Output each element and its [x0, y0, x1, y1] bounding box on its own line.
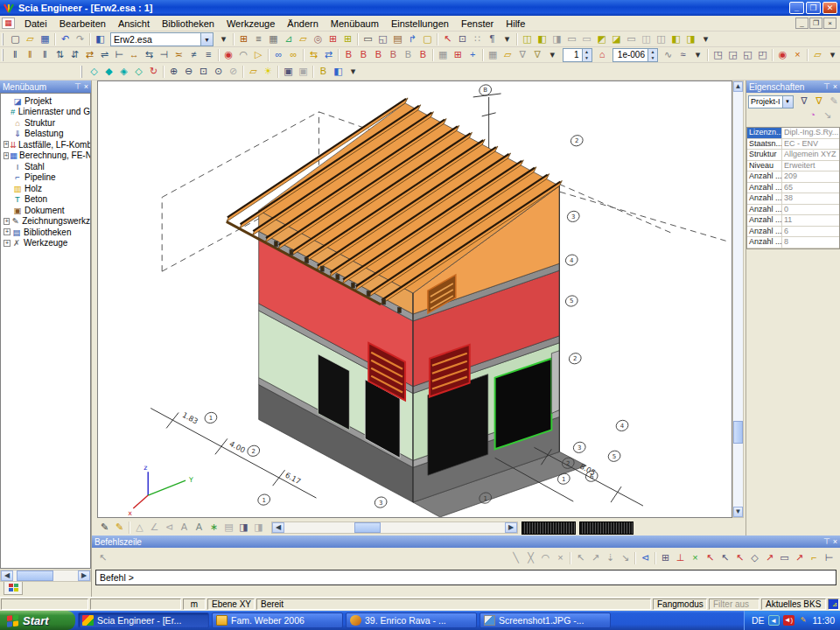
load-b1-icon[interactable]: B [341, 48, 356, 62]
property-row-8[interactable]: Anzahl ...11 [747, 215, 839, 227]
node-diag-icon[interactable]: ↘ [618, 551, 633, 565]
mesh-gray-icon[interactable]: ▦ [436, 48, 451, 62]
cursor-arrow-icon[interactable]: ↖ [95, 551, 110, 565]
grid-red-icon[interactable]: ⊞ [326, 32, 340, 46]
tree-item-8[interactable]: ▥Holz [1, 183, 90, 194]
join-tool-icon[interactable]: ≡ [201, 48, 216, 62]
levels-gray-icon[interactable]: ∠ [147, 521, 162, 535]
zoom-window-icon[interactable]: ⊡ [196, 65, 211, 79]
transform-icon[interactable]: ⊿ [281, 32, 296, 46]
divide-tool-icon[interactable]: ⇆ [142, 48, 157, 62]
drop-icon[interactable]: ▾ [500, 32, 514, 46]
snap-perp-icon[interactable]: ⊥ [673, 551, 688, 565]
rotate-view-icon[interactable]: ↻ [146, 65, 161, 79]
split-view-icon[interactable]: ◧ [93, 32, 108, 46]
filter-1-icon[interactable]: ∇ [515, 48, 530, 62]
drop-icon[interactable]: ▾ [825, 48, 840, 62]
snap-axis-icon[interactable]: ⊢ [822, 551, 836, 565]
expand-icon[interactable]: + [4, 152, 9, 159]
property-row-0[interactable]: Lizenzn...Dipl.-Ing.S.Ry... [747, 128, 839, 139]
tree-item-11[interactable]: +✎Zeichnungswerkz [1, 216, 90, 228]
beam-7-icon[interactable]: ◪ [609, 32, 624, 46]
taskbar-task-3[interactable]: Screenshot1.JPG -... [480, 612, 611, 628]
mdi-close-button[interactable]: × [823, 18, 836, 29]
view-top-icon[interactable]: ◇ [131, 65, 146, 79]
close-icon[interactable]: × [833, 537, 837, 546]
menu-ansicht[interactable]: Ansicht [112, 17, 156, 31]
star-green-icon[interactable]: ∗ [206, 521, 221, 535]
toolbar-grip[interactable] [2, 49, 6, 61]
span-tool-icon[interactable]: ↔ [127, 48, 142, 62]
solid-cube-icon[interactable]: ◧ [331, 65, 346, 79]
menu-fenster[interactable]: Fenster [455, 17, 500, 31]
status-ucs[interactable]: Aktuelles BKS [761, 598, 826, 610]
status-snap-mode[interactable]: Fangmodus [653, 598, 707, 610]
calculator-icon[interactable]: ▦ [266, 32, 281, 46]
view-iso-icon[interactable]: ◇ [87, 65, 102, 79]
tree-item-1[interactable]: #Linienraster und G [1, 107, 90, 118]
spinner-up-icon[interactable]: ▲ [648, 49, 657, 55]
bks-icon[interactable]: ⊿ [828, 598, 839, 610]
menubaum-tab[interactable] [4, 582, 23, 595]
support-tool-icon[interactable]: ⊢ [112, 48, 127, 62]
chart-gray-icon[interactable]: △ [132, 521, 147, 535]
snap-end-icon[interactable]: ↖ [703, 551, 718, 565]
flag-gray-icon[interactable]: ⊲ [162, 521, 177, 535]
zoom-select-icon[interactable]: ⊡ [455, 32, 470, 46]
expand-icon[interactable]: + [4, 228, 10, 235]
link-2-icon[interactable]: ∞ [286, 48, 301, 62]
open-yellow-icon[interactable]: ▱ [500, 48, 515, 62]
menu-ndern[interactable]: Ändern [281, 17, 324, 31]
filter-flash-icon[interactable]: ∇ [812, 94, 827, 108]
copy-window-4-icon[interactable]: ◰ [755, 48, 770, 62]
abc-check-icon[interactable]: A [177, 521, 192, 535]
3d-model-canvas[interactable]: 2.60 0.90 [97, 80, 732, 518]
property-row-7[interactable]: Anzahl ...0 [747, 205, 839, 216]
command-input[interactable]: Befehl > [95, 570, 836, 585]
copy-window-1-icon[interactable]: ◳ [710, 48, 725, 62]
snap-tan-icon[interactable]: ↗ [762, 551, 777, 565]
copy-window-3-icon[interactable]: ◱ [740, 48, 755, 62]
load-b5-icon[interactable]: B [401, 48, 416, 62]
scroll-thumb[interactable] [733, 421, 743, 444]
move-1-icon[interactable]: ⇆ [306, 48, 321, 62]
snap-ruler-icon[interactable]: ⌐ [807, 551, 822, 565]
property-row-4[interactable]: Anzahl ...209 [747, 172, 839, 183]
edit-pencil-icon[interactable]: ✎ [827, 94, 840, 108]
beam-6-icon[interactable]: ◩ [594, 32, 609, 46]
combobox-dropdown-button[interactable]: ▼ [782, 96, 793, 108]
layers-icon[interactable]: ≡ [251, 32, 266, 46]
clock[interactable]: 11:30 [813, 615, 836, 626]
node-down-icon[interactable]: ⇣ [603, 551, 618, 565]
menu-werkzeuge[interactable]: Werkzeuge [220, 17, 281, 31]
load-b2-icon[interactable]: B [356, 48, 371, 62]
animation-frame-box-1[interactable] [522, 522, 576, 535]
beam-2-icon[interactable]: ◧ [535, 32, 550, 46]
beam-4-icon[interactable]: ▭ [564, 32, 579, 46]
print-preview-icon[interactable]: ◱ [375, 32, 390, 46]
scroll-up-icon[interactable]: ▲ [733, 81, 743, 92]
beam-11-icon[interactable]: ◧ [668, 32, 683, 46]
undo-icon[interactable]: ↶ [58, 32, 73, 46]
pointer-icon[interactable]: ↖ [440, 32, 455, 46]
scale-spinner[interactable]: 1 ▲▼ [563, 48, 592, 62]
tree-hscrollbar[interactable]: ◀ ▶ [0, 570, 91, 582]
roof-angle-icon[interactable]: ∿ [661, 48, 676, 62]
spinner-up-icon[interactable]: ▲ [583, 49, 592, 55]
tree-item-3[interactable]: ⇓Belastung [1, 129, 90, 140]
units-icon[interactable]: ⊞ [236, 32, 251, 46]
property-row-5[interactable]: Anzahl ...65 [747, 183, 839, 194]
line-2-icon[interactable]: ╳ [523, 551, 538, 565]
snap-cross-icon[interactable]: × [688, 551, 703, 565]
drop-icon[interactable]: ▾ [346, 65, 360, 79]
column-pair-3-icon[interactable]: ‖ [38, 48, 52, 62]
scroll-down-icon[interactable]: ▼ [733, 507, 743, 517]
start-button[interactable]: Start [0, 611, 75, 630]
volume-tray-icon[interactable]: ◄) [783, 615, 794, 626]
tree-item-13[interactable]: +✗Werkzeuge [1, 238, 90, 249]
drop-icon[interactable]: ▾ [698, 32, 713, 46]
window-color-icon[interactable]: ◨ [236, 521, 251, 535]
snap-arc-icon[interactable]: ↗ [792, 551, 807, 565]
beam-12-icon[interactable]: ◨ [683, 32, 698, 46]
pie-colors-icon[interactable]: ◔ [805, 108, 820, 122]
